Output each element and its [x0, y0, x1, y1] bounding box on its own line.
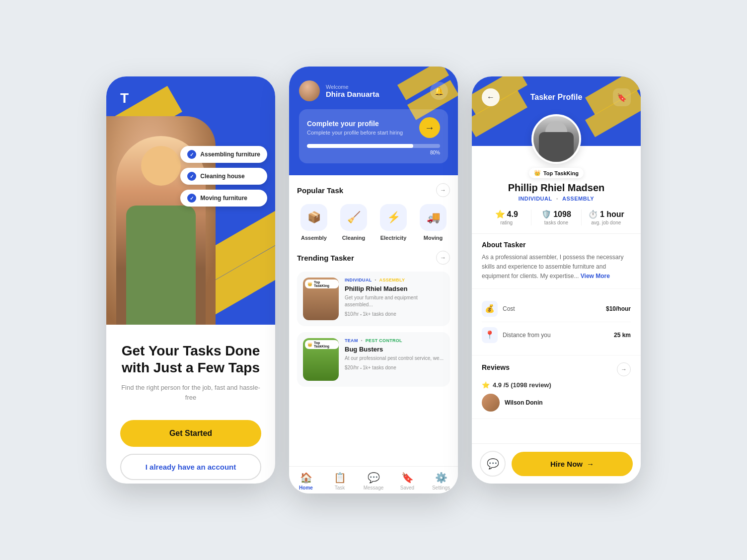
crown-icon-2: 👑 — [307, 343, 312, 347]
message-icon: 💬 — [368, 472, 380, 484]
reviews-title: Reviews — [482, 363, 510, 371]
tasker-2-desc: At our professional pest control service… — [345, 355, 444, 362]
reviews-arrow[interactable]: → — [617, 362, 631, 376]
hire-now-button[interactable]: Hire Now → — [512, 452, 633, 476]
stat-rating: ⭐ 4.9 rating — [482, 210, 531, 225]
popular-task-title: Popular Task — [297, 186, 343, 195]
nav-home-label: Home — [299, 485, 313, 490]
electricity-label: Electricity — [380, 235, 407, 241]
tasker-1-badge: 👑 Top TaskKing — [305, 280, 339, 288]
back-button[interactable]: ← — [482, 88, 500, 106]
tasker-2-photo: 👑 Top TaskKing — [303, 338, 339, 381]
tasker-card-2[interactable]: 👑 Top TaskKing TEAM • PEST CONTROL Bug B… — [297, 332, 450, 387]
trending-tasker-arrow[interactable]: → — [436, 251, 450, 265]
tasker-1-info: INDIVIDUAL • ASSEMBLY Phillip Rhiel Mads… — [345, 278, 444, 320]
tasker-1-meta: $10/hr • 1k+ tasks done — [345, 311, 444, 317]
cost-row: 💰 Cost $10/hour — [482, 296, 631, 322]
progress-fill — [307, 144, 413, 148]
profile-card-row: Complete your profile Complete your prof… — [307, 117, 440, 138]
tasker-2-meta: $20/hr • 1k+ tasks done — [345, 365, 444, 370]
tasker-2-tag-team: TEAM — [345, 338, 358, 343]
details-section: 💰 Cost $10/hour 📍 Distance from you 25 k… — [472, 289, 641, 355]
nav-settings[interactable]: ⚙️ Settings — [424, 472, 458, 490]
cost-label: Cost — [503, 305, 515, 312]
task-icon: 📋 — [334, 472, 346, 484]
home-header: Welcome Dhira Danuarta 🔔 Complete your p… — [289, 67, 458, 175]
crown-icon-profile: 👑 — [534, 170, 541, 176]
avgtime-label: avg. job done — [591, 220, 621, 225]
distance-value: 25 km — [614, 332, 631, 339]
tasker-tags: INDIVIDUAL • ASSEMBLY — [519, 196, 594, 202]
reviewer-row: Wilson Donin — [482, 394, 631, 412]
rating-label: rating — [500, 220, 513, 225]
tasker-2-tag-pest: PEST CONTROL — [366, 338, 402, 343]
check-icon-1: ✓ — [187, 150, 196, 159]
avatar-image — [299, 80, 320, 101]
review-star: ⭐ — [482, 381, 490, 389]
nav-task-label: Task — [335, 485, 345, 490]
tasker-tag-assembly: ASSEMBLY — [562, 196, 594, 202]
categories-list: 📦 Assembly 🧹 Cleaning ⚡ Electricity 🚚 Mo… — [297, 204, 450, 241]
category-electricity[interactable]: ⚡ Electricity — [376, 204, 410, 241]
popular-task-arrow[interactable]: → — [436, 183, 450, 197]
stats-row: ⭐ 4.9 rating 🛡️ 1098 tasks done ⏱️ 1 hou… — [472, 202, 641, 234]
progress-label: 80% — [307, 150, 440, 155]
review-score: ⭐ 4.9 /5 (1098 review) — [482, 381, 631, 389]
profile-card-subtitle: Complete your profile before start hirin… — [307, 130, 413, 136]
cost-value: $10/hour — [606, 305, 631, 312]
tasker-2-info: TEAM • PEST CONTROL Bug Busters At our p… — [345, 338, 444, 381]
view-more-link[interactable]: View More — [581, 273, 610, 280]
onboarding-subtitle: Find the right person for the job, fast … — [120, 383, 261, 402]
get-started-button[interactable]: Get Started — [120, 420, 261, 447]
check-icon-2: ✓ — [187, 172, 196, 181]
nav-home[interactable]: 🏠 Home — [289, 472, 323, 490]
tasker-2-name: Bug Busters — [345, 346, 444, 353]
category-cleaning[interactable]: 🧹 Cleaning — [337, 204, 371, 241]
message-button[interactable]: 💬 — [480, 451, 506, 477]
cost-icon: 💰 — [482, 301, 498, 317]
badge-cleaning: ✓ Cleaning house — [180, 168, 267, 185]
top-tasking-badge: 👑 Top TaskKing — [529, 168, 584, 178]
nav-message[interactable]: 💬 Message — [357, 472, 390, 490]
reviewer-avatar — [482, 394, 500, 412]
tag-dot-1: • — [375, 278, 376, 282]
app-logo: T — [120, 90, 129, 106]
electricity-icon: ⚡ — [380, 204, 407, 231]
reviewer-name: Wilson Donin — [505, 399, 543, 406]
hero-section: T ✓ Assembling furniture ✓ Cle — [106, 76, 275, 325]
avgtime-value: 1 hour — [600, 210, 624, 219]
profile-card-title: Complete your profile — [307, 120, 413, 128]
category-assembly[interactable]: 📦 Assembly — [297, 204, 331, 241]
crown-icon-1: 👑 — [307, 282, 312, 286]
already-have-account-button[interactable]: I already have an account — [120, 454, 261, 480]
tasks-value: 1098 — [553, 210, 571, 219]
tasker-1-tag-individual: INDIVIDUAL — [345, 278, 372, 282]
nav-saved-label: Saved — [400, 485, 414, 490]
notification-bell[interactable]: 🔔 — [430, 82, 448, 100]
distance-label: Distance from you — [503, 332, 551, 339]
moving-icon: 🚚 — [420, 204, 447, 231]
profile-complete-button[interactable]: → — [419, 117, 440, 138]
profile-header-row: ← Tasker Profile 🔖 — [482, 88, 631, 106]
tasker-avatar — [531, 114, 581, 164]
avatar-body — [539, 132, 574, 162]
stat-tasks: 🛡️ 1098 tasks done — [531, 210, 581, 225]
tasker-card-1[interactable]: 👑 Top TaskKing INDIVIDUAL • ASSEMBLY Phi… — [297, 272, 450, 326]
bottom-actions: 💬 Hire Now → — [472, 443, 641, 484]
badge-moving: ✓ Moving furniture — [180, 190, 267, 207]
tasker-photo — [533, 116, 579, 162]
popular-task-header: Popular Task → — [297, 183, 450, 197]
category-moving[interactable]: 🚚 Moving — [416, 204, 450, 241]
tasker-1-desc: Get your furniture and equipment assembl… — [345, 294, 444, 308]
onboarding-screen: T ✓ Assembling furniture ✓ Cle — [106, 76, 275, 484]
reviews-header: Reviews → — [482, 362, 631, 376]
assembly-icon: 📦 — [300, 204, 327, 231]
nav-saved[interactable]: 🔖 Saved — [390, 472, 424, 490]
bookmark-button[interactable]: 🔖 — [613, 88, 631, 106]
onboarding-content: Get Your Tasks Done with Just a Few Taps… — [106, 325, 275, 484]
tasker-1-image: 👑 Top TaskKing — [303, 278, 339, 320]
trending-tasker-header: Trending Tasker → — [297, 251, 450, 265]
nav-task[interactable]: 📋 Task — [323, 472, 357, 490]
user-avatar — [299, 80, 320, 101]
profile-avatar-section: 👑 Top TaskKing Phillip Rhiel Madsen INDI… — [472, 114, 641, 202]
